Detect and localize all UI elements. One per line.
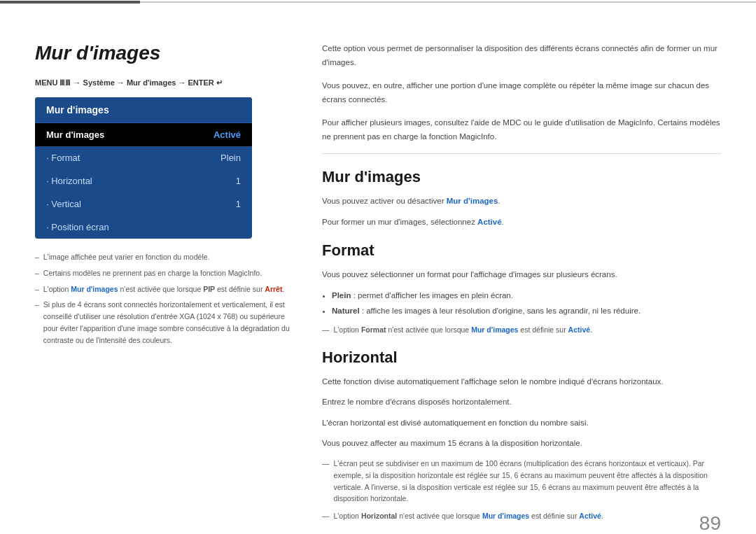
horiz-body-1: Cette fonction divise automatiquement l'… <box>322 375 721 389</box>
section-title-mur: Mur d'images <box>322 168 721 186</box>
note-item: – L'option Mur d'images n'est activée qu… <box>35 283 294 295</box>
menu-item-label: Position écran <box>46 222 109 232</box>
horiz-body-2: Entrez le nombre d'écrans disposés horiz… <box>322 395 721 409</box>
note-item: – Certains modèles ne prennent pas en ch… <box>35 267 294 279</box>
right-column: Cette option vous permet de personnalise… <box>322 28 721 528</box>
divider <box>322 153 721 154</box>
menu-item-position-écran[interactable]: Position écran <box>35 216 252 239</box>
menu-item-value: 1 <box>236 199 241 209</box>
top-decoration <box>0 0 756 4</box>
menu-item-format[interactable]: FormatPlein <box>35 146 252 169</box>
menu-path: MENU ⅢⅢ → Système → Mur d'images → ENTER… <box>35 78 294 87</box>
menu-item-label: Mur d'images <box>46 129 104 140</box>
mur-body-1: Vous pouvez activer ou désactiver Mur d'… <box>322 195 721 209</box>
page-number: 89 <box>699 512 721 534</box>
note-item: – Si plus de 4 écrans sont connectés hor… <box>35 299 294 346</box>
menu-item-vertical[interactable]: Vertical1 <box>35 192 252 216</box>
menu-item-value: 1 <box>236 176 241 186</box>
menu-item-mur-dimages[interactable]: Mur d'imagesActivé <box>35 123 252 146</box>
page-title: Mur d'images <box>35 42 294 64</box>
format-bullets: Plein : permet d'afficher les images en … <box>332 289 721 318</box>
intro-para-1: Cette option vous permet de personnalise… <box>322 42 721 69</box>
horiz-note-2: — L'option Horizontal n'est activée que … <box>322 510 721 522</box>
menu-item-value: Activé <box>214 129 241 140</box>
menu-item-value: Plein <box>220 153 241 163</box>
horiz-note-1: — L'écran peut se subdiviser en un maxim… <box>322 458 721 505</box>
section-title-format: Format <box>322 241 721 260</box>
menu-item-label: Horizontal <box>46 176 92 186</box>
intro-para-3: Pour afficher plusieurs images, consulte… <box>322 116 721 143</box>
horiz-body-3: L'écran horizontal est divisé automatiqu… <box>322 416 721 430</box>
menu-widget-header: Mur d'images <box>35 97 252 123</box>
format-note: — L'option Format n'est activée que lors… <box>322 324 721 336</box>
section-title-horizontal: Horizontal <box>322 349 721 367</box>
menu-item-label: Vertical <box>46 199 81 209</box>
note-item: – L'image affichée peut varier en foncti… <box>35 251 294 263</box>
left-column: Mur d'images MENU ⅢⅢ → Système → Mur d'i… <box>35 28 294 528</box>
horiz-body-4: Vous pouvez affecter au maximum 15 écran… <box>322 437 721 451</box>
format-body-1: Vous pouvez sélectionner un format pour … <box>322 268 721 282</box>
bullet-plein: Plein : permet d'afficher les images en … <box>332 289 721 303</box>
bullet-naturel: Naturel : affiche les images à leur réso… <box>332 304 721 318</box>
mur-body-2: Pour former un mur d'images, sélectionne… <box>322 216 721 230</box>
menu-item-horizontal[interactable]: Horizontal1 <box>35 169 252 192</box>
menu-item-label: Format <box>46 153 80 163</box>
notes-section: – L'image affichée peut varier en foncti… <box>35 251 294 346</box>
intro-para-2: Vous pouvez, en outre, afficher une port… <box>322 79 721 106</box>
menu-widget: Mur d'images Mur d'imagesActivéFormatPle… <box>35 97 252 239</box>
